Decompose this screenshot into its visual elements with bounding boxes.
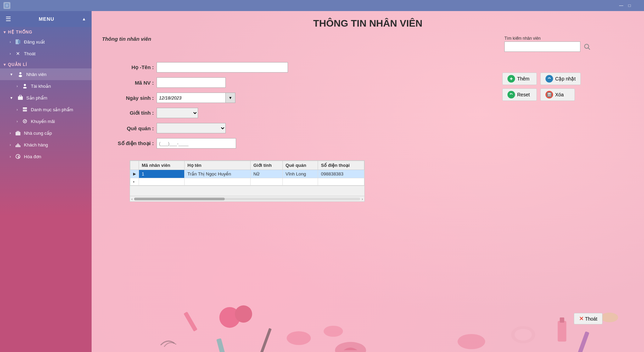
scroll-track[interactable] [134, 198, 361, 200]
form-row-que-quan: Quê quán : Vĩnh Long Hà Nội TP HCM [102, 123, 502, 133]
section-label-he-thong: HỆ THỐNG [8, 30, 32, 35]
calendar-icon: ▼ [228, 96, 232, 100]
nhan-vien-icon [17, 71, 24, 77]
table-row[interactable]: ▶ 1 Trần Thị Ngọc Huyền Nữ Vĩnh Long 098… [130, 170, 364, 178]
row-arrow: ▶ [130, 170, 139, 178]
maximize-button[interactable]: □ [627, 3, 632, 8]
cell-ho-ten: Trần Thị Ngọc Huyền [185, 170, 251, 178]
svg-rect-16 [20, 145, 20, 147]
sidebar-item-label-khach-hang: Khách hàng [24, 142, 48, 148]
form-row-sdt: Số điện thoại : [102, 138, 502, 149]
chevron-down-nhan-vien-icon: ▼ [10, 73, 13, 76]
chevron-right-icon: › [10, 40, 11, 44]
svg-point-25 [458, 334, 485, 349]
chevron-right-kh-icon: › [10, 143, 11, 147]
sidebar-item-label-khuyen-mai: Khuyến mãi [31, 119, 55, 124]
reset-button[interactable]: Reset [502, 88, 537, 101]
sidebar-item-tai-khoan[interactable]: › Tài khoản [0, 80, 92, 92]
action-buttons: Thêm Cập nhật Reset [502, 73, 599, 101]
svg-point-20 [235, 305, 252, 323]
sidebar-item-khach-hang[interactable]: › Khách hàng [0, 139, 92, 151]
sidebar-item-label-san-pham: Sản phẩm [26, 95, 47, 101]
svg-point-33 [335, 342, 366, 352]
svg-rect-26 [558, 321, 566, 342]
xoa-label: Xóa [555, 92, 564, 97]
sdt-label: Số điện thoại : [102, 140, 154, 146]
svg-point-34 [585, 44, 589, 48]
sidebar-item-dang-xuat[interactable]: › Đăng xuất [0, 36, 92, 48]
col-que-quan: Quê quán [283, 161, 318, 170]
khuyen-mai-icon [22, 118, 28, 124]
svg-rect-8 [23, 107, 27, 109]
close-button[interactable] [635, 3, 641, 8]
hamburger-icon[interactable]: ☰ [6, 15, 11, 23]
svg-rect-38 [547, 92, 552, 97]
sidebar-item-label-thoat: Thoát [24, 51, 35, 56]
section-quan-li: ▼ QUẢN LÍ ▼ Nhân viên › Tài khoản [0, 59, 92, 162]
sidebar-item-label-dang-xuat: Đăng xuất [24, 39, 45, 45]
nha-cung-cap-icon [15, 130, 21, 136]
ma-nv-label: Mã NV : [102, 80, 154, 86]
gioi-tinh-label: Giới tính : [102, 110, 154, 116]
form-panel: Họ -Tên : Mã NV : Ngày sinh : ▼ [102, 62, 502, 153]
sidebar-item-thoat[interactable]: › ✕ Thoát [0, 48, 92, 59]
svg-point-29 [511, 326, 535, 343]
svg-point-4 [19, 72, 21, 74]
window-controls: — □ [618, 3, 641, 8]
cell-que-quan: Vĩnh Long [283, 170, 318, 178]
sidebar-item-danh-muc[interactable]: › Danh mục sản phẩm [0, 104, 92, 115]
sidebar-item-khuyen-mai[interactable]: › Khuyến mãi [0, 115, 92, 127]
sidebar-item-nhan-vien[interactable]: ▼ Nhân viên [0, 68, 92, 80]
svg-rect-9 [23, 110, 27, 112]
chevron-right-tai-khoan-icon: › [17, 84, 18, 88]
reset-icon [507, 91, 515, 98]
content-area: THÔNG TIN NHÂN VIÊN Thông tin nhân viên … [92, 11, 644, 352]
them-button[interactable]: Thêm [502, 73, 537, 85]
calendar-button[interactable]: ▼ [226, 93, 235, 103]
menu-label: MENU [39, 16, 54, 22]
ho-ten-input[interactable] [157, 62, 288, 73]
table-footer [130, 185, 364, 196]
svg-rect-15 [19, 144, 19, 147]
ma-nv-input[interactable] [157, 77, 226, 88]
thoat-x-icon: ✕ [579, 315, 584, 322]
col-sdt: Số điện thoại [318, 161, 364, 170]
cell-ma-nv[interactable]: 1 [139, 170, 185, 178]
que-quan-select[interactable]: Vĩnh Long Hà Nội TP HCM [157, 123, 226, 133]
sidebar-item-nha-cung-cap[interactable]: › Nhà cung cấp [0, 127, 92, 139]
cell-ma-nv-empty [139, 178, 185, 185]
sidebar-item-san-pham[interactable]: ▼ Sản phẩm [0, 92, 92, 104]
xoa-icon [545, 91, 553, 98]
table-row-new[interactable]: • [130, 178, 364, 185]
khach-hang-icon [15, 142, 21, 148]
date-input-wrap: ▼ [157, 93, 235, 103]
svg-point-21 [287, 331, 311, 345]
svg-rect-3 [18, 40, 20, 44]
svg-point-22 [324, 326, 343, 337]
ngay-sinh-input[interactable] [157, 93, 226, 103]
ngay-sinh-label: Ngày sinh : [102, 95, 154, 101]
employee-table: Mã nhân viên Họ tên Giới tính Quê quán S… [130, 161, 364, 185]
minimize-button[interactable]: — [618, 3, 624, 8]
svg-rect-1 [6, 4, 8, 7]
col-ho-ten: Họ tên [185, 161, 251, 170]
search-button[interactable] [582, 41, 592, 52]
data-table-container: Mã nhân viên Họ tên Giới tính Quê quán S… [130, 160, 365, 202]
sdt-input[interactable] [157, 138, 236, 149]
scroll-right-icon[interactable]: › [362, 197, 363, 201]
menu-chevron-icon: ▲ [82, 17, 86, 21]
section-chevron-he-thong: ▼ [3, 30, 7, 34]
gioi-tinh-select[interactable]: Nam Nữ [157, 108, 198, 118]
svg-point-19 [220, 307, 240, 328]
chevron-right-ncc-icon: › [10, 131, 11, 135]
thoat-button[interactable]: ✕ Thoát [574, 313, 603, 324]
cap-nhat-button[interactable]: Cập nhật [540, 73, 581, 85]
xoa-button[interactable]: Xóa [540, 88, 575, 101]
scroll-left-icon[interactable]: ‹ [131, 197, 133, 201]
action-panel: Thêm Cập nhật Reset [502, 73, 599, 153]
form-row-ngay-sinh: Ngày sinh : ▼ [102, 93, 502, 103]
sidebar-item-hoa-don[interactable]: › $ Hóa đơn [0, 151, 92, 162]
search-input[interactable] [504, 41, 580, 52]
horizontal-scrollbar[interactable]: ‹ › [130, 196, 364, 201]
chevron-right-khuyen-mai-icon: › [17, 120, 18, 123]
